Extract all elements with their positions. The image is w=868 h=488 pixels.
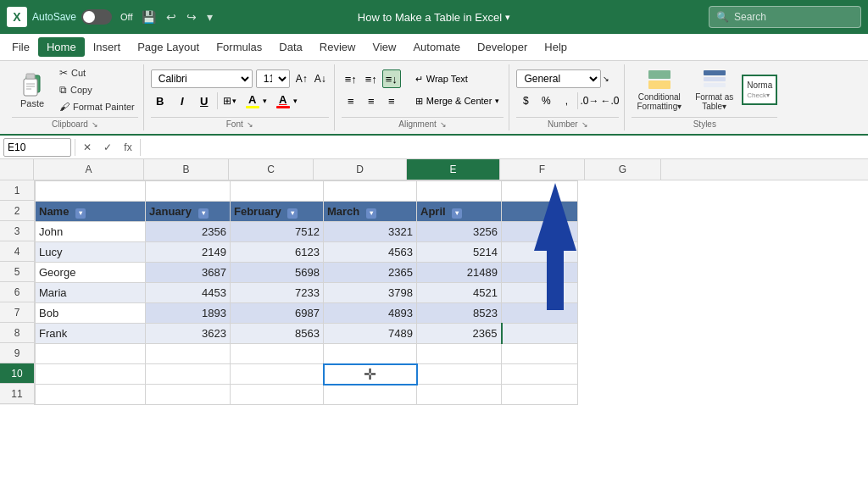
cell-g6[interactable] — [502, 283, 578, 303]
cell-g10[interactable] — [502, 364, 578, 385]
cell-b2[interactable]: Name ▾ — [36, 202, 146, 222]
cell-c11[interactable] — [146, 385, 231, 405]
title-dropdown-icon[interactable]: ▾ — [505, 12, 510, 23]
underline-button[interactable]: U — [195, 92, 214, 110]
cell-e4[interactable]: 4563 — [324, 242, 417, 263]
fill-dropdown-icon[interactable]: ▾ — [263, 97, 267, 105]
row-header-2[interactable]: 2 — [0, 201, 34, 221]
align-right-button[interactable]: ≡ — [382, 92, 401, 110]
cell-g2[interactable] — [502, 202, 578, 222]
filter-april[interactable]: ▾ — [452, 208, 462, 219]
autosave-toggle[interactable] — [81, 9, 112, 25]
percent-button[interactable]: % — [537, 92, 555, 110]
cell-c4[interactable]: 2149 — [146, 242, 231, 263]
border-button[interactable]: ⊞▾ — [221, 93, 238, 108]
cell-d3[interactable]: 7512 — [231, 222, 324, 242]
col-header-e[interactable]: E — [407, 159, 500, 180]
undo-icon[interactable]: ↩ — [163, 8, 180, 25]
menu-file[interactable]: File — [3, 37, 38, 57]
row-header-9[interactable]: 9 — [0, 343, 34, 363]
cell-b6[interactable]: Maria — [36, 283, 146, 303]
cell-b5[interactable]: George — [36, 263, 146, 283]
alignment-expand-icon[interactable]: ↘ — [440, 120, 447, 129]
cell-b8[interactable]: Frank — [36, 324, 146, 344]
cell-g7[interactable] — [502, 303, 578, 324]
paste-button[interactable]: Paste — [12, 68, 53, 112]
row-header-4[interactable]: 4 — [0, 241, 34, 262]
col-header-b[interactable]: B — [144, 159, 229, 180]
align-center-button[interactable]: ≡ — [362, 92, 381, 110]
redo-icon[interactable]: ↪ — [183, 8, 200, 25]
cell-b10[interactable] — [36, 364, 146, 385]
col-header-d[interactable]: D — [314, 159, 407, 180]
conditional-formatting-button[interactable]: ConditionalFormatting▾ — [632, 65, 687, 114]
cell-g11[interactable] — [502, 385, 578, 405]
cell-f2[interactable]: April ▾ — [417, 202, 502, 222]
cell-f1[interactable] — [417, 181, 502, 202]
cell-d1[interactable] — [231, 181, 324, 202]
cell-d2[interactable]: February ▾ — [231, 202, 324, 222]
cell-c10[interactable] — [146, 364, 231, 385]
menu-developer[interactable]: Developer — [469, 37, 536, 57]
cell-b4[interactable]: Lucy — [36, 242, 146, 263]
row-header-3[interactable]: 3 — [0, 221, 34, 241]
cell-f10[interactable] — [417, 364, 502, 385]
cell-e3[interactable]: 3321 — [324, 222, 417, 242]
cell-d11[interactable] — [231, 385, 324, 405]
cell-d10[interactable] — [231, 364, 324, 385]
copy-button[interactable]: ⧉ Copy — [56, 82, 138, 97]
cell-e6[interactable]: 3798 — [324, 283, 417, 303]
cell-f7[interactable]: 8523 — [417, 303, 502, 324]
col-header-f[interactable]: F — [500, 159, 585, 180]
cut-button[interactable]: ✂ Cut — [56, 65, 138, 80]
border-dropdown-icon[interactable]: ▾ — [232, 97, 236, 105]
row-header-6[interactable]: 6 — [0, 282, 34, 302]
confirm-formula-icon[interactable]: ✓ — [99, 139, 116, 156]
cell-f4[interactable]: 5214 — [417, 242, 502, 263]
cell-e1[interactable] — [324, 181, 417, 202]
increase-decimal-button[interactable]: .0→ — [580, 92, 598, 110]
cell-d6[interactable]: 7233 — [231, 283, 324, 303]
filter-name[interactable]: ▾ — [75, 208, 86, 219]
cell-f5[interactable]: 21489 — [417, 263, 502, 283]
cell-e9[interactable] — [324, 344, 417, 364]
menu-insert[interactable]: Insert — [85, 37, 130, 57]
font-expand-icon[interactable]: ↘ — [247, 120, 253, 129]
cell-g1[interactable] — [502, 181, 578, 202]
cell-g4[interactable] — [502, 242, 578, 263]
cell-c2[interactable]: January ▾ — [146, 202, 231, 222]
cell-c8[interactable]: 3623 — [146, 324, 231, 344]
save-icon[interactable]: 💾 — [138, 8, 159, 25]
font-color-button[interactable]: A ▾ — [272, 92, 299, 110]
decrease-decimal-button[interactable]: ←.0 — [600, 92, 619, 110]
cell-e5[interactable]: 2365 — [324, 263, 417, 283]
cell-c1[interactable] — [146, 181, 231, 202]
format-as-table-button[interactable]: Format asTable▾ — [690, 65, 738, 114]
menu-formulas[interactable]: Formulas — [208, 37, 270, 57]
cell-e10[interactable]: ✛ — [324, 364, 417, 385]
filter-jan[interactable]: ▾ — [198, 208, 209, 219]
col-header-a[interactable]: A — [34, 159, 144, 180]
wrap-text-button[interactable]: ↵ Wrap Text — [411, 71, 472, 87]
row-header-8[interactable]: 8 — [0, 323, 34, 343]
row-header-10[interactable]: 10 — [0, 363, 34, 384]
cell-f6[interactable]: 4521 — [417, 283, 502, 303]
align-left-button[interactable]: ≡ — [342, 92, 360, 110]
increase-font-button[interactable]: A↑ — [293, 70, 310, 87]
cell-g5[interactable] — [502, 263, 578, 283]
cell-b7[interactable]: Bob — [36, 303, 146, 324]
cell-reference-input[interactable] — [3, 138, 71, 157]
menu-help[interactable]: Help — [536, 37, 576, 57]
cell-f9[interactable] — [417, 344, 502, 364]
cell-d7[interactable]: 6987 — [231, 303, 324, 324]
cell-g9[interactable] — [502, 344, 578, 364]
menu-view[interactable]: View — [364, 37, 404, 57]
cell-c5[interactable]: 3687 — [146, 263, 231, 283]
cell-d9[interactable] — [231, 344, 324, 364]
cell-c3[interactable]: 2356 — [146, 222, 231, 242]
menu-review[interactable]: Review — [311, 37, 364, 57]
formula-input[interactable] — [144, 141, 865, 153]
format-painter-button[interactable]: 🖌 Format Painter — [56, 99, 138, 114]
menu-home[interactable]: Home — [38, 37, 85, 57]
accounting-button[interactable]: $ — [516, 92, 535, 110]
